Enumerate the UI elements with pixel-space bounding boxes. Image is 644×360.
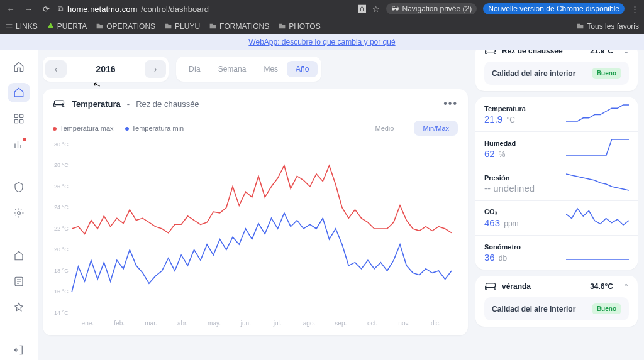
room-temp: 34.6°C [590, 282, 613, 291]
period-month[interactable]: Mes [255, 61, 287, 77]
legend-min: Temperatura min [125, 124, 184, 132]
air-quality-row[interactable]: Calidad del aire interior Bueno [484, 62, 629, 85]
bookmark-item[interactable]: FORMATIONS [209, 22, 269, 31]
bookmark-item[interactable]: OPERATIONS [96, 22, 155, 31]
bookmark-item[interactable]: PUERTA [47, 22, 87, 31]
url-path: /control/dashboard [141, 4, 209, 14]
svg-text:jun.: jun. [240, 320, 251, 327]
menu-icon[interactable]: ⋮ [631, 4, 639, 14]
sidebar-home[interactable] [8, 57, 30, 77]
metric-row[interactable]: Temperatura 21.9 °C [475, 97, 638, 131]
room-name: Rez de chaussée [502, 50, 563, 55]
svg-text:abr.: abr. [177, 320, 188, 327]
sidebar-notes[interactable] [8, 272, 30, 292]
metric-label: CO₂ [484, 208, 566, 216]
toggle-medio[interactable]: Medio [366, 121, 402, 136]
svg-point-4 [18, 212, 21, 215]
sparkline [566, 242, 629, 263]
svg-text:feb.: feb. [114, 320, 125, 327]
sparkline [566, 104, 629, 125]
metric-row[interactable]: CO₂ 463 ppm [475, 200, 638, 235]
collapse-icon[interactable]: ⌄ [623, 50, 629, 55]
main-panel: ↖ ‹ 2016 › Día Semana Mes Año Temperatur… [38, 50, 475, 360]
browser-toolbar: ← → ⟳ ⧉ home.netatmo.com/control/dashboa… [0, 0, 644, 18]
air-quality-badge: Bueno [592, 68, 621, 79]
chart-menu-button[interactable]: ••• [443, 98, 458, 109]
svg-text:24 °C: 24 °C [54, 205, 69, 211]
air-quality-row[interactable]: Calidad del aire interior Bueno [484, 297, 629, 320]
svg-text:nov.: nov. [398, 320, 409, 327]
room-temp: 21.9°C [590, 50, 613, 55]
all-bookmarks[interactable]: Tous les favoris [576, 22, 639, 31]
period-year[interactable]: Año [287, 61, 318, 77]
svg-text:mar.: mar. [145, 320, 157, 327]
svg-text:ago.: ago. [303, 320, 316, 327]
sofa-icon [53, 99, 65, 108]
svg-rect-1 [20, 114, 23, 117]
url-host: home.netatmo.com [67, 4, 137, 14]
promo-banner[interactable]: WebApp: descubre lo que cambia y por qué [0, 34, 644, 50]
svg-text:ene.: ene. [82, 320, 94, 327]
metric-row[interactable]: Humedad 62 % [475, 131, 638, 166]
svg-text:22 °C: 22 °C [54, 226, 69, 232]
incognito-chip[interactable]: 🕶Navigation privée (2) [386, 3, 477, 14]
site-info-icon[interactable]: ⧉ [58, 4, 64, 13]
period-week[interactable]: Semana [209, 61, 255, 77]
svg-text:28 °C: 28 °C [54, 163, 69, 169]
sidebar-modules[interactable] [8, 109, 30, 129]
air-quality-badge: Bueno [592, 303, 621, 314]
metric-label: Presión [484, 174, 566, 182]
right-panel: Rez de chaussée 21.9°C ⌄ Calidad del air… [475, 50, 644, 360]
svg-text:oct.: oct. [367, 320, 377, 327]
svg-text:16 °C: 16 °C [54, 289, 69, 295]
bookmark-star-icon[interactable]: ☆ [372, 4, 380, 14]
forward-button[interactable]: → [23, 4, 34, 14]
address-bar[interactable]: ⧉ home.netatmo.com/control/dashboard [58, 4, 209, 14]
sidebar-settings[interactable] [8, 204, 30, 224]
svg-rect-2 [14, 119, 18, 123]
legend-max: Temperatura max [53, 124, 114, 132]
translate-icon[interactable]: 🅰 [358, 4, 366, 14]
bookmarks-bar: LINKS PUERTA OPERATIONS PLUYU FORMATIONS… [0, 18, 644, 34]
room-card-rez: Rez de chaussée 21.9°C ⌄ Calidad del air… [475, 50, 638, 91]
svg-rect-3 [20, 119, 23, 123]
metric-label: Temperatura [484, 105, 566, 112]
sidebar-logout[interactable] [8, 340, 30, 360]
room-card-veranda[interactable]: véranda 34.6°C ⌃ Calidad del aire interi… [475, 276, 638, 327]
svg-text:26 °C: 26 °C [54, 183, 69, 190]
temperature-chart: 14 °C16 °C18 °C20 °C22 °C24 °C26 °C28 °C… [53, 141, 458, 329]
reload-button[interactable]: ⟳ [40, 4, 52, 14]
metric-row[interactable]: Sonómetro 36 db [475, 235, 638, 270]
chart-location: Rez de chaussée [136, 99, 199, 109]
sparkline [566, 173, 629, 194]
year-next-button[interactable]: › [145, 60, 166, 78]
sofa-icon [484, 50, 497, 55]
svg-text:18 °C: 18 °C [54, 268, 69, 274]
svg-text:14 °C: 14 °C [54, 310, 69, 316]
expand-icon[interactable]: ⌃ [623, 283, 629, 291]
svg-text:20 °C: 20 °C [54, 247, 69, 253]
sidebar-stats[interactable] [8, 135, 30, 155]
metric-label: Sonómetro [484, 243, 566, 251]
sparkline [566, 207, 629, 229]
sidebar-dashboard[interactable] [8, 83, 30, 103]
bookmark-item[interactable]: PHOTOS [278, 22, 320, 31]
back-button[interactable]: ← [5, 4, 16, 14]
bookmark-item[interactable]: LINKS [5, 22, 38, 31]
svg-text:jul.: jul. [273, 320, 282, 327]
sparkline [566, 138, 629, 160]
toggle-minmax[interactable]: Min/Max [414, 121, 458, 136]
year-selector: ‹ 2016 › [43, 57, 169, 82]
sidebar-security[interactable] [8, 177, 30, 197]
metrics-list: Temperatura 21.9 °C Humedad 62 % Pre [475, 97, 638, 270]
period-day[interactable]: Día [180, 61, 209, 77]
year-label: 2016 [69, 64, 142, 74]
sidebar-rooms[interactable] [8, 246, 30, 266]
metric-row[interactable]: Presión -- undefined [475, 166, 638, 200]
bookmark-item[interactable]: PLUYU [164, 22, 200, 31]
sidebar-plus[interactable] [8, 298, 30, 318]
svg-text:sep.: sep. [335, 320, 347, 327]
year-prev-button[interactable]: ‹ [45, 60, 67, 78]
sofa-icon [484, 282, 497, 291]
chrome-update-chip[interactable]: Nouvelle version de Chrome disponible [483, 3, 625, 14]
